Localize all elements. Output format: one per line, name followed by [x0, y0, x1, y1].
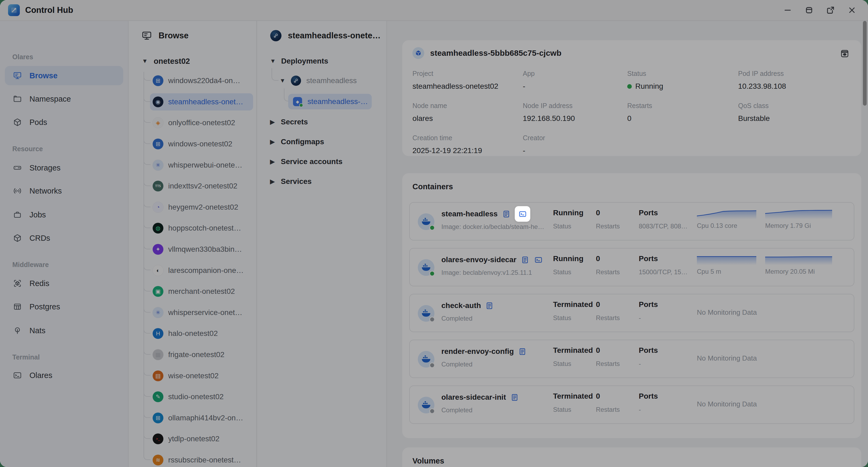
inspect-yaml-eye-icon[interactable]	[839, 48, 850, 60]
cpu-sparkline: Cpu 0.13 core	[697, 206, 756, 230]
container-row[interactable]: check-auth Completed Terminated Status	[409, 294, 854, 332]
container-ports: Ports -	[639, 346, 658, 368]
container-status-dot	[429, 362, 435, 368]
sidebar-item-olares-terminal[interactable]: Olares	[5, 366, 123, 385]
app-tree-item[interactable]: TTS indexttsv2-onetest02	[129, 176, 256, 197]
container-list: steam-headless Image: docker.io/beclab/s…	[409, 202, 854, 431]
jobs-briefcase-icon	[13, 210, 22, 219]
container-logs-icon[interactable]	[518, 347, 527, 356]
app-tree-item[interactable]: H halo-onetest02	[129, 323, 256, 344]
pod-field: Project steamheadless-onetest02	[412, 70, 523, 91]
tree-root-onetest02[interactable]: ▼ onetest02	[142, 54, 190, 68]
maximize-icon[interactable]	[804, 5, 814, 16]
sidebar-item-redis[interactable]: Redis	[5, 274, 123, 293]
tree-deployment-steamheadless[interactable]: ▼ steamheadless	[280, 73, 357, 88]
app-tree-item[interactable]: ◍ hoppscotch-onetest…	[129, 218, 256, 239]
app-tree-item[interactable]: ▣ merchant-onetest02	[129, 281, 256, 302]
app-tree-item[interactable]: ⊞ windows220da4-on…	[129, 70, 256, 91]
app-tree-item[interactable]: ⊞ ollamaphi414bv2-on…	[129, 407, 256, 429]
sidebar-item-label: Redis	[29, 279, 49, 288]
container-row[interactable]: render-envoy-config Completed Terminated	[409, 340, 854, 378]
tree-connector	[144, 178, 151, 186]
status-label: Status	[553, 406, 593, 413]
crd-cube-icon	[13, 233, 22, 243]
docker-icon	[418, 259, 434, 276]
container-logs-icon[interactable]	[485, 301, 494, 311]
tree-connector	[144, 94, 151, 102]
container-monitor: Cpu 0.13 core Memory 1.79 Gi	[697, 206, 848, 237]
app-tree-item[interactable]: ✳ whisperservice-onet…	[129, 302, 256, 323]
pod-field: Node IP address 192.168.50.190	[523, 102, 627, 123]
container-name: check-auth	[441, 301, 481, 310]
container-terminal-icon[interactable]	[515, 206, 530, 222]
container-row[interactable]: steam-headless Image: docker.io/beclab/s…	[409, 202, 854, 240]
tree-deployments[interactable]: ▼ Deployments	[270, 54, 328, 69]
storage-drive-icon	[13, 163, 22, 172]
app-tree-item[interactable]: ◐ larescompanion-one…	[129, 260, 256, 281]
sidebar-item-namespace[interactable]: Namespace	[5, 89, 123, 109]
app-tree-item[interactable]: ✦ vllmqwen330ba3bin…	[129, 239, 256, 260]
status-label: Status	[553, 268, 584, 276]
app-label: windows220da4-on…	[168, 77, 254, 85]
status-value: Running	[553, 209, 584, 217]
open-external-icon[interactable]	[825, 5, 836, 16]
container-image: Image: beclab/envoy:v1.25.11.1	[441, 269, 532, 276]
tree-section[interactable]: ▶ Configmaps	[257, 132, 386, 152]
chevron-right-icon: ▶	[270, 118, 275, 126]
tree-section-label: Secrets	[281, 118, 308, 126]
container-logs-icon[interactable]	[520, 255, 530, 265]
app-label: ytdlp-onetest02	[168, 435, 254, 443]
pod-fields: Project steamheadless-onetest02 App - St…	[412, 70, 853, 155]
cpu-label: Cpu 5 m	[697, 268, 756, 275]
app-icon: ✳	[153, 307, 163, 318]
sidebar-item-browse[interactable]: Browse	[5, 66, 123, 85]
tree-section[interactable]: ▶ Services	[257, 172, 386, 192]
app-icon: ✎	[153, 391, 163, 402]
field-value: 0	[627, 114, 738, 123]
sidebar-item-postgres[interactable]: Postgres	[5, 297, 123, 316]
container-logs-icon[interactable]	[510, 392, 519, 402]
container-logs-icon[interactable]	[501, 209, 511, 219]
app-tree-item[interactable]: ▤ wise-onetest02	[129, 365, 256, 386]
field-value: 192.168.50.190	[523, 114, 627, 123]
app-tree-item[interactable]: ◉ steamheadless-onet…	[129, 91, 256, 113]
close-icon[interactable]	[846, 5, 857, 16]
app-tree-item[interactable]: ◈ onlyoffice-onetest02	[129, 112, 256, 134]
ports-label: Ports	[639, 300, 658, 309]
postgres-table-icon	[13, 302, 22, 311]
app-tree-item[interactable]: ✳ whisperwebui-onete…	[129, 154, 256, 176]
app-tree-item[interactable]: ⊞ windows-onetest02	[129, 134, 256, 155]
pod-detail-card: steamheadless-5bbb685c75-cjcwb Project s…	[402, 40, 861, 156]
titlebar: Control Hub	[0, 0, 868, 21]
field-value-text: 192.168.50.190	[523, 114, 575, 123]
sidebar-item-jobs[interactable]: Jobs	[5, 205, 123, 224]
tree-pod-selected[interactable]: ◆ steamheadless-5…	[288, 94, 372, 109]
ports-label: Ports	[639, 255, 687, 263]
tree-connector	[144, 304, 151, 313]
sidebar-item-storages[interactable]: Storages	[5, 158, 123, 177]
sidebar-item-nats[interactable]: Nats	[5, 321, 123, 340]
app-tree-item[interactable]: ▦ frigate-onetest02	[129, 344, 256, 366]
app-tree-item[interactable]: ✎ studio-onetest02	[129, 386, 256, 407]
app-label: larescompanion-one…	[168, 266, 254, 275]
sidebar-item-crds[interactable]: CRDs	[5, 228, 123, 248]
tree-section[interactable]: ▶ Service accounts	[257, 152, 386, 172]
field-value: 10.233.98.108	[738, 82, 853, 91]
steam-icon	[270, 30, 281, 41]
container-name: steam-headless	[441, 210, 498, 218]
sidebar-item-pods[interactable]: Pods	[5, 113, 123, 132]
tree-section-label: Configmaps	[281, 138, 324, 146]
app-tree-item[interactable]: ◔ heygemv2-onetest02	[129, 197, 256, 218]
tree-section[interactable]: ▶ Secrets	[257, 112, 386, 132]
app-icon: ⊞	[153, 139, 163, 149]
minimize-icon[interactable]	[782, 5, 793, 16]
container-row[interactable]: olares-envoy-sidecar Image: beclab/envoy…	[409, 248, 854, 286]
app-icon: TTS	[153, 181, 163, 192]
container-row[interactable]: olares-sidecar-init Completed Terminated	[409, 385, 854, 424]
container-terminal-icon[interactable]	[533, 255, 543, 265]
app-tree-item[interactable]: ≋ rssubscribe-onetest…	[129, 449, 256, 467]
content-scrollbar[interactable]	[863, 21, 867, 106]
ports-label: Ports	[639, 346, 658, 355]
app-tree-item[interactable]: >_ ytdlp-onetest02	[129, 429, 256, 449]
sidebar-item-networks[interactable]: Networks	[5, 181, 123, 201]
